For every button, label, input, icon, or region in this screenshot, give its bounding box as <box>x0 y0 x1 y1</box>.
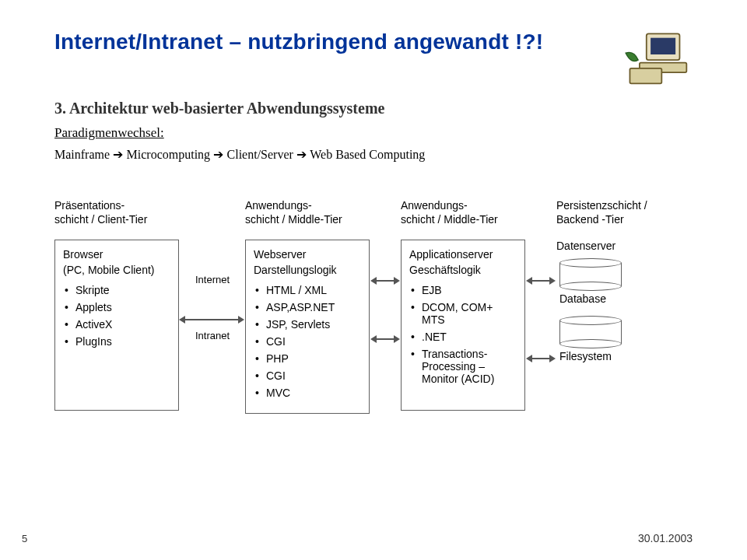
paradigm-item: Mainframe <box>54 148 110 161</box>
filesystem-cylinder-icon <box>559 316 622 348</box>
tier-box-browser: Browser (PC, Mobile Client) Skripte Appl… <box>54 240 179 411</box>
connector-arrow-icon <box>526 277 556 285</box>
list-item: EJB <box>414 284 517 296</box>
svg-rect-1 <box>651 38 675 54</box>
tech-list: EJB DCOM, COM+ MTS .NET Transactions-Pro… <box>409 284 517 385</box>
paradigm-chain: Mainframe ➔ Microcomputing ➔ Client/Serv… <box>54 147 693 162</box>
tier-column-backend: Persistenzschicht / Backend -Tier Datens… <box>556 199 689 373</box>
box-subtitle: Darstellungslogik <box>254 264 361 276</box>
box-title: Applicationserver <box>409 248 517 261</box>
connector-arrow-icon <box>526 355 556 362</box>
list-item: HTML / XML <box>258 284 361 296</box>
paradigm-item: Microcomputing <box>127 148 211 161</box>
list-item: PHP <box>258 352 361 365</box>
svg-rect-3 <box>630 68 661 84</box>
list-item: .NET <box>414 331 517 343</box>
connector-arrow-icon <box>370 277 400 285</box>
list-item: CGI <box>258 369 361 382</box>
list-item: PlugIns <box>68 335 170 348</box>
box-subtitle: Geschäftslogik <box>409 264 517 276</box>
architecture-diagram: Präsentations- schicht / Client-Tier Bro… <box>54 199 693 495</box>
tier-caption: Persistenzschicht / Backend -Tier <box>556 199 689 229</box>
list-item: Skripte <box>68 284 170 296</box>
box-title: Webserver <box>254 248 361 261</box>
box-subtitle: (PC, Mobile Client) <box>63 264 170 276</box>
list-item: CGI <box>258 335 361 348</box>
tier-column-appserver: Anwendungs- schicht / Middle-Tier Applic… <box>401 199 525 411</box>
slide: Internet/Intranet – nutzbringend angewan… <box>0 0 747 560</box>
dataserver-label: Datenserver <box>556 240 689 252</box>
tier-column-webserver: Anwendungs- schicht / Middle-Tier Webser… <box>245 199 370 414</box>
footer-date: 30.01.2003 <box>638 532 693 544</box>
list-item: ActiveX <box>68 318 170 331</box>
page-title: Internet/Intranet – nutzbringend angewan… <box>54 30 543 54</box>
list-item: Applets <box>68 301 170 313</box>
page-number: 5 <box>22 533 27 544</box>
paradigm-item: Web Based Computing <box>310 148 425 161</box>
tier-caption: Präsentations- schicht / Client-Tier <box>54 199 179 229</box>
tech-list: Skripte Applets ActiveX PlugIns <box>63 284 170 348</box>
box-title: Browser <box>63 248 170 261</box>
tier-column-presentation: Präsentations- schicht / Client-Tier Bro… <box>54 199 179 411</box>
database-label: Database <box>559 292 689 305</box>
tier-box-appserver: Applicationserver Geschäftslogik EJB DCO… <box>401 240 525 411</box>
net-label-intranet: Intranet <box>189 330 236 341</box>
net-label-internet: Internet <box>189 274 236 285</box>
list-item: JSP, Servlets <box>258 318 361 331</box>
tier-caption: Anwendungs- schicht / Middle-Tier <box>245 199 370 229</box>
tier-caption: Anwendungs- schicht / Middle-Tier <box>401 199 525 229</box>
tier-box-webserver: Webserver Darstellungslogik HTML / XML A… <box>245 240 370 414</box>
list-item: Transactions-Processing – Monitor (ACID) <box>414 348 517 385</box>
paradigm-item: Client/Server <box>227 148 293 161</box>
filesystem-label: Filesystem <box>559 350 689 362</box>
section-heading: 3. Architektur web-basierter Abwendungss… <box>54 100 693 117</box>
list-item: DCOM, COM+ MTS <box>414 301 517 326</box>
connector-arrow-icon <box>179 316 244 324</box>
computer-clipart-icon <box>622 30 693 92</box>
section-subheading: Paradigmenwechsel: <box>54 125 693 141</box>
arrow-right-icon: ➔ <box>213 148 226 161</box>
header-row: Internet/Intranet – nutzbringend angewan… <box>54 30 693 92</box>
list-item: ASP,ASP.NET <box>258 301 361 313</box>
arrow-right-icon: ➔ <box>113 148 126 161</box>
tech-list: HTML / XML ASP,ASP.NET JSP, Servlets CGI… <box>254 284 361 399</box>
arrow-right-icon: ➔ <box>296 148 310 161</box>
list-item: MVC <box>258 387 361 399</box>
connector-arrow-icon <box>370 335 400 343</box>
database-cylinder-icon <box>559 258 622 291</box>
